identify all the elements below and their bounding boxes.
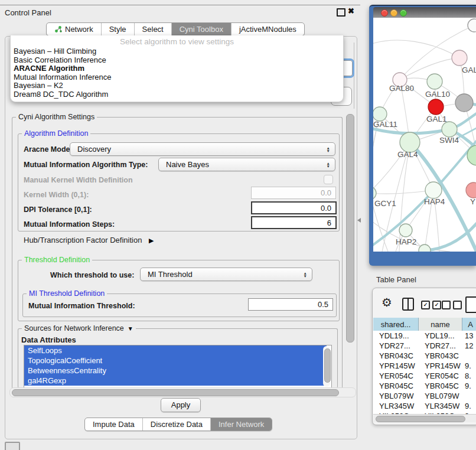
node-unlabeled (468, 19, 476, 32)
manual-kernel-checkbox[interactable] (324, 175, 333, 184)
dropdown-item[interactable]: Bayesian – Hill Climbing (14, 47, 338, 56)
table-row[interactable]: YLR345WYLR345W9. (373, 401, 476, 411)
hub-definition-toggle[interactable]: Hub/Transcription Factor Definition ▶ (24, 236, 154, 244)
dropdown-prompt: Select algorithm to view settings (11, 37, 343, 46)
table-body: YDL19...YDL19...13 YDR27...YDR27...12 YB… (373, 331, 476, 414)
which-threshold-label: Which threshold to use: (50, 271, 134, 279)
cyni-bottom-tabs: Impute Data Discretize Data Infer Networ… (84, 418, 272, 431)
mi-algorithm-type-select[interactable]: Naive Bayes ▲▼ (158, 158, 335, 171)
which-threshold-select[interactable]: MI Threshold ▲▼ (140, 268, 312, 281)
float-window-icon[interactable] (337, 8, 345, 17)
table-horizontal-scrollbar[interactable] (373, 414, 476, 422)
tab-jactivemnodules[interactable]: jActiveMNodules (231, 23, 304, 35)
expand-down-icon: ▼ (128, 325, 133, 332)
gear-icon[interactable]: ⚙ (382, 296, 392, 308)
tab-style[interactable]: Style (101, 23, 134, 35)
node-label: HAP4 (424, 197, 445, 206)
stepper-icon: ▲▼ (304, 271, 307, 278)
apply-button[interactable]: Apply (161, 398, 201, 412)
control-panel-tabs: Network Style Select Cyni Toolbox jActiv… (46, 22, 305, 36)
node-gal11 (373, 107, 387, 121)
table-row[interactable]: YBR045CYBR045C9. (373, 381, 476, 391)
network-canvas[interactable]: GAL GAL80 GAL10 GAL1 GAL11 SWI4 GAL4 HAP… (373, 18, 476, 252)
manual-kernel-label: Manual Kernel Width Definition (24, 176, 133, 184)
tab-label: Network (65, 23, 93, 35)
table-row[interactable]: YER054CYER054C8. (373, 371, 476, 381)
dropdown-item[interactable]: Bayesian – K2 (14, 81, 338, 90)
list-item[interactable]: TopologicalCoefficient (24, 356, 327, 366)
column-header[interactable]: A (462, 318, 476, 331)
list-scrollbar-thumb[interactable] (324, 348, 331, 383)
tab-select[interactable]: Select (134, 23, 171, 35)
tab-impute-data[interactable]: Impute Data (85, 418, 142, 431)
stepper-icon: ▲▼ (327, 146, 330, 152)
node-label: GAL4 (397, 150, 418, 159)
tab-discretize-data[interactable]: Discretize Data (142, 418, 210, 431)
node-gal1-selected (428, 99, 444, 115)
window-minimize-icon[interactable] (390, 9, 397, 17)
group-title: Threshold Definition (22, 256, 92, 264)
dpi-tolerance-label: DPI Tolerance [0,1]: (24, 206, 92, 214)
column-header[interactable]: shared... (373, 318, 419, 331)
node-gal4 (400, 132, 420, 152)
window-zoom-icon[interactable] (400, 9, 407, 17)
node-unlabeled (419, 244, 431, 252)
node-label: GAL1 (426, 115, 447, 123)
select-all-checks-icon[interactable]: ✓✓ (421, 301, 441, 309)
node-label: GCY1 (374, 199, 396, 208)
dropdown-item[interactable]: Dream8 DC_TDC Algorithm (14, 90, 338, 99)
network-icon (54, 25, 62, 33)
settings-horizontal-scrollbar-thumb[interactable] (12, 389, 339, 396)
node-hap4 (425, 182, 442, 198)
data-attributes-list: SelfLoops TopologicalCoefficient Between… (24, 345, 332, 389)
list-item[interactable]: BetweennessCentrality (24, 366, 327, 376)
node-label: HAP2 (396, 237, 416, 246)
table-row[interactable]: YBL079WYBL079W (373, 391, 476, 401)
window-close-icon[interactable] (381, 9, 388, 17)
aracne-mode-select[interactable]: Discovery ▲▼ (70, 142, 335, 156)
tab-infer-network[interactable]: Infer Network (210, 418, 272, 431)
list-scrollbar[interactable] (323, 346, 330, 387)
table-horizontal-scrollbar-thumb[interactable] (376, 416, 465, 422)
node-salmon (466, 182, 476, 198)
table-header: shared... name A (373, 318, 476, 331)
column-header[interactable]: name (419, 318, 462, 331)
close-icon[interactable]: ✖ (348, 6, 354, 15)
settings-horizontal-scrollbar[interactable] (9, 387, 356, 397)
kernel-width-field[interactable]: 0.0 (251, 187, 336, 199)
settings-vertical-scrollbar[interactable] (345, 112, 354, 397)
minimized-panel-icon[interactable] (5, 442, 20, 450)
split-columns-icon[interactable] (402, 298, 414, 311)
data-attributes-label: Data Attributes (21, 335, 76, 344)
aracne-mode-label: Aracne Mode: (24, 145, 73, 154)
node-gcy1 (373, 187, 376, 200)
table-row[interactable]: YDL19...YDL19...13 (373, 331, 476, 341)
mi-steps-field[interactable]: 6 (251, 216, 337, 229)
unselect-all-checks-icon[interactable] (442, 301, 462, 309)
mi-threshold-field[interactable]: 0.5 (248, 298, 333, 311)
group-title: Sources for Network Inference ▼ (22, 324, 136, 332)
table-panel-title: Table Panel (376, 275, 416, 284)
algorithm-dropdown: Select algorithm to view settings Bayesi… (10, 35, 344, 102)
node-gal10 (427, 74, 442, 89)
tab-network[interactable]: Network (47, 23, 101, 35)
node-label: GAL (462, 66, 476, 74)
node-label: GAL11 (373, 120, 397, 129)
node-label: Y (470, 197, 475, 206)
settings-vertical-scrollbar-thumb[interactable] (346, 114, 354, 343)
tab-cyni-toolbox[interactable]: Cyni Toolbox (171, 23, 231, 35)
table-row[interactable]: YDR27...YDR27...12 (373, 341, 476, 351)
table-row[interactable]: YBR043CYBR043C (373, 351, 476, 361)
node-label: GAL10 (425, 90, 450, 99)
network-window-titlebar[interactable] (373, 7, 476, 18)
kernel-width-label: Kernel Width (0,1): (24, 191, 89, 199)
new-table-icon[interactable] (465, 296, 476, 313)
list-item[interactable]: SelfLoops (24, 345, 327, 356)
panel-splitter-handle[interactable] (357, 218, 361, 223)
node-label: SWI4 (439, 136, 459, 145)
dropdown-item-highlighted[interactable]: ARACNE Algorithm (14, 64, 338, 73)
dpi-tolerance-field[interactable]: 0.0 (251, 201, 337, 214)
node-right-green (467, 145, 476, 165)
list-item[interactable]: gal4RGexp (24, 376, 327, 386)
table-row[interactable]: YPR145WYPR145W9. (373, 361, 476, 371)
